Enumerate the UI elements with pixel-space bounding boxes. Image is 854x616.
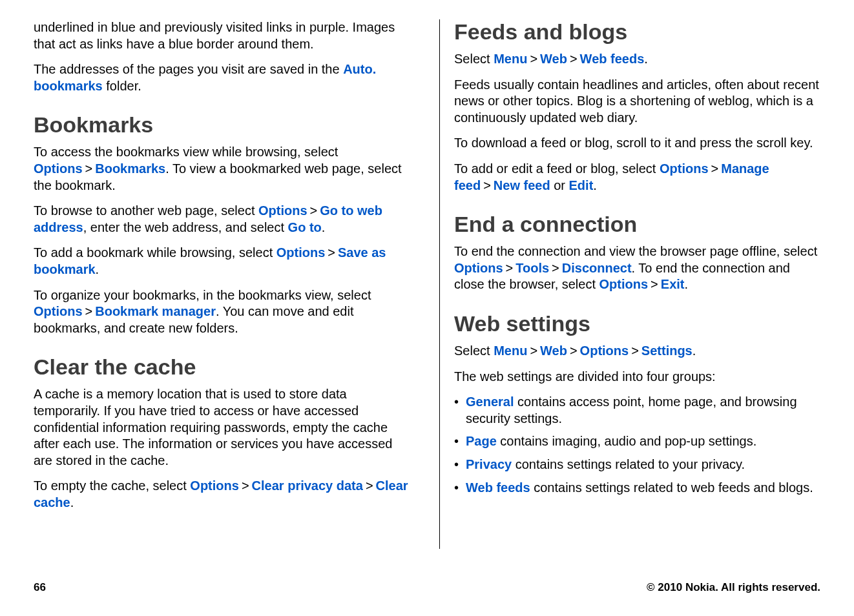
bookmarks-paragraph-2: To browse to another web page, select Op… [34, 203, 413, 236]
text: To add or edit a feed or blog, select [454, 161, 660, 176]
options-link[interactable]: Options [580, 344, 629, 358]
breadcrumb-separator: > [648, 277, 661, 291]
breadcrumb-separator: > [307, 203, 320, 218]
columns: underlined in blue and previously visite… [34, 19, 820, 549]
options-link[interactable]: Options [258, 203, 307, 218]
page-number: 66 [34, 581, 46, 594]
text: . [322, 220, 326, 234]
web-link[interactable]: Web [540, 344, 567, 358]
disconnect-link[interactable]: Disconnect [562, 261, 632, 275]
list-item: Page contains imaging, audio and pop-up … [466, 433, 819, 450]
list-item: General contains access point, home page… [466, 394, 819, 427]
right-column: Feeds and blogs Select Menu>Web>Web feed… [439, 19, 819, 549]
page-link[interactable]: Page [466, 434, 497, 448]
options-link[interactable]: Options [34, 304, 83, 318]
breadcrumb-separator: > [567, 52, 580, 66]
breadcrumb-separator: > [481, 178, 494, 192]
list-item: Web feeds contains settings related to w… [466, 480, 819, 497]
manual-page: underlined in blue and previously visite… [0, 0, 854, 616]
web-settings-paragraph: The web settings are divided into four g… [454, 369, 819, 385]
bookmarks-paragraph-3: To add a bookmark while browsing, select… [34, 245, 413, 278]
left-column: underlined in blue and previously visite… [34, 19, 413, 549]
feeds-paragraph-2: To download a feed or blog, scroll to it… [454, 135, 819, 152]
text: To empty the cache, select [34, 478, 190, 493]
general-link[interactable]: General [466, 395, 514, 409]
web-feeds-link[interactable]: Web feeds [580, 52, 645, 66]
feeds-paragraph-3: To add or edit a feed or blog, select Op… [454, 161, 819, 194]
text: or [550, 178, 569, 192]
edit-link[interactable]: Edit [569, 178, 594, 192]
bookmarks-link[interactable]: Bookmarks [95, 161, 165, 176]
menu-link[interactable]: Menu [494, 52, 527, 66]
breadcrumb-separator: > [709, 161, 722, 176]
text: contains imaging, audio and pop-up setti… [497, 434, 757, 448]
bookmark-manager-link[interactable]: Bookmark manager [95, 304, 216, 318]
text: Select [454, 52, 494, 66]
text: To organize your bookmarks, in the bookm… [34, 288, 371, 302]
breadcrumb-separator: > [527, 52, 540, 66]
clear-privacy-data-link[interactable]: Clear privacy data [252, 478, 363, 493]
breadcrumb-separator: > [239, 478, 252, 493]
text: . [644, 52, 648, 66]
options-link[interactable]: Options [34, 161, 83, 176]
settings-link[interactable]: Settings [641, 344, 693, 358]
new-feed-link[interactable]: New feed [494, 178, 550, 192]
bookmarks-paragraph-1: To access the bookmarks view while brows… [34, 144, 413, 194]
end-connection-paragraph: To end the connection and view the brows… [454, 243, 819, 293]
web-settings-list: General contains access point, home page… [454, 394, 819, 496]
web-link[interactable]: Web [540, 52, 567, 66]
options-link[interactable]: Options [276, 245, 326, 260]
text: To browse to another web page, select [34, 203, 258, 218]
text: . [96, 262, 99, 276]
privacy-link[interactable]: Privacy [466, 457, 512, 471]
breadcrumb-separator: > [83, 304, 96, 318]
text: . [593, 178, 597, 192]
breadcrumb-separator: > [527, 344, 540, 358]
cache-paragraph-2: To empty the cache, select Options>Clear… [34, 478, 413, 511]
bookmarks-heading: Bookmarks [34, 112, 413, 138]
exit-link[interactable]: Exit [661, 277, 685, 291]
text: To access the bookmarks view while brows… [34, 145, 338, 159]
options-link[interactable]: Options [660, 161, 709, 176]
web-feeds-link[interactable]: Web feeds [466, 480, 530, 495]
web-settings-heading: Web settings [454, 311, 819, 336]
clear-the-cache-heading: Clear the cache [34, 354, 413, 380]
list-item: Privacy contains settings related to you… [466, 457, 819, 473]
text: contains access point, home page, and br… [466, 395, 797, 426]
menu-link[interactable]: Menu [494, 344, 527, 358]
web-settings-select-path: Select Menu>Web>Options>Settings. [454, 343, 819, 360]
text: To add a bookmark while browsing, select [34, 245, 276, 260]
feeds-and-blogs-heading: Feeds and blogs [454, 19, 819, 45]
breadcrumb-separator: > [549, 261, 562, 275]
options-link[interactable]: Options [454, 261, 503, 275]
text: To end the connection and view the brows… [454, 244, 817, 258]
cache-paragraph-1: A cache is a memory location that is use… [34, 386, 413, 469]
intro-paragraph-1: underlined in blue and previously visite… [34, 19, 413, 52]
copyright-text: © 2010 Nokia. All rights reserved. [647, 581, 820, 594]
breadcrumb-separator: > [325, 245, 338, 260]
text: contains settings related to web feeds a… [530, 480, 813, 495]
text: . [684, 277, 688, 291]
feeds-select-path: Select Menu>Web>Web feeds. [454, 51, 819, 68]
breadcrumb-separator: > [567, 344, 580, 358]
feeds-paragraph-1: Feeds usually contain headlines and arti… [454, 77, 819, 127]
tools-link[interactable]: Tools [516, 261, 549, 275]
text: The addresses of the pages you visit are… [34, 62, 343, 76]
breadcrumb-separator: > [83, 161, 96, 176]
end-a-connection-heading: End a connection [454, 212, 819, 237]
text: contains settings related to your privac… [512, 457, 745, 471]
breadcrumb-separator: > [363, 478, 376, 493]
text: . [70, 495, 74, 509]
options-link[interactable]: Options [190, 478, 239, 493]
intro-paragraph-2: The addresses of the pages you visit are… [34, 61, 413, 94]
bookmarks-paragraph-4: To organize your bookmarks, in the bookm… [34, 287, 413, 337]
breadcrumb-separator: > [629, 344, 641, 358]
breadcrumb-separator: > [503, 261, 516, 275]
text: Select [454, 344, 494, 358]
footer: 66 © 2010 Nokia. All rights reserved. [34, 581, 820, 594]
options-link[interactable]: Options [599, 277, 649, 291]
go-to-link[interactable]: Go to [288, 220, 322, 234]
text: . [693, 344, 696, 358]
text: , enter the web address, and select [83, 220, 288, 234]
text: folder. [103, 79, 141, 93]
